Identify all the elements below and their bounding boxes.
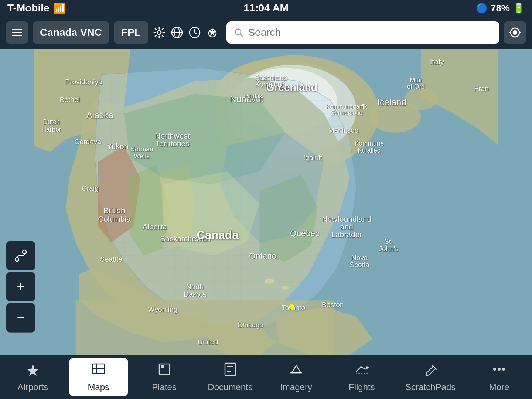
- svg-marker-93: [292, 365, 301, 373]
- svg-text:of Ord: of Ord: [407, 83, 425, 90]
- battery-icon: 🔋: [513, 3, 525, 14]
- zoom-in-label: +: [17, 280, 24, 293]
- fpl-button[interactable]: FPL: [114, 21, 148, 44]
- svg-text:Iceland: Iceland: [377, 97, 406, 107]
- svg-text:North: North: [186, 283, 204, 291]
- svg-point-98: [498, 368, 501, 371]
- route-button[interactable]: [6, 241, 35, 270]
- svg-text:Newfoundland: Newfoundland: [322, 215, 371, 223]
- svg-text:Craig: Craig: [82, 184, 99, 192]
- top-nav: Canada VNC FPL: [0, 16, 532, 49]
- svg-text:Chicago: Chicago: [238, 321, 263, 329]
- tab-maps[interactable]: Maps: [69, 358, 128, 396]
- svg-text:Scotia: Scotia: [350, 261, 370, 269]
- svg-text:Columbia: Columbia: [98, 215, 131, 223]
- svg-text:Dakota: Dakota: [184, 290, 206, 298]
- status-bar: T-Mobile 📶 11:04 AM 🔵 78% 🔋: [0, 0, 532, 16]
- svg-text:Canada: Canada: [197, 229, 239, 242]
- svg-text:St.: St.: [384, 238, 393, 245]
- svg-point-14: [513, 30, 517, 35]
- svg-point-28: [265, 279, 274, 284]
- status-left: T-Mobile 📶: [7, 2, 66, 14]
- airports-label: Airports: [18, 382, 48, 392]
- svg-marker-85: [27, 363, 39, 376]
- layers-button[interactable]: [6, 21, 28, 44]
- svg-text:Seattle: Seattle: [100, 255, 122, 263]
- svg-text:Labrador: Labrador: [331, 230, 362, 239]
- tab-more[interactable]: More: [470, 358, 529, 396]
- svg-text:Provideniya: Provideniya: [65, 78, 102, 86]
- svg-text:Iqaluit: Iqaluit: [303, 154, 323, 161]
- search-icon: [234, 27, 243, 38]
- zoom-in-button[interactable]: +: [6, 272, 35, 301]
- globe-button[interactable]: [170, 21, 184, 44]
- svg-text:Norman: Norman: [130, 146, 153, 153]
- more-label: More: [489, 382, 509, 392]
- scratchpads-icon: [423, 362, 438, 380]
- left-controls: + −: [6, 241, 35, 332]
- svg-text:Territories: Territories: [156, 139, 190, 148]
- map-title-button[interactable]: Canada VNC: [33, 21, 109, 44]
- documents-label: Documents: [208, 382, 252, 392]
- airports-icon: [25, 362, 40, 380]
- flights-icon: [354, 362, 369, 380]
- plates-label: Plates: [152, 382, 177, 392]
- svg-point-29: [282, 286, 289, 289]
- svg-point-3: [157, 31, 161, 34]
- svg-text:Sermersooq: Sermersooq: [331, 110, 363, 116]
- clock-button[interactable]: [188, 21, 201, 44]
- carrier-label: T-Mobile: [7, 2, 50, 14]
- scratchpads-label: ScratchPads: [405, 382, 456, 392]
- svg-text:British: British: [103, 206, 125, 215]
- svg-text:Alaska: Alaska: [86, 110, 114, 120]
- svg-marker-11: [209, 28, 216, 36]
- svg-text:Wyoming: Wyoming: [148, 306, 178, 313]
- svg-text:Fran: Fran: [474, 85, 489, 92]
- zoom-out-button[interactable]: −: [6, 303, 35, 332]
- bluetooth-icon: 🔵: [476, 3, 488, 14]
- documents-icon: [223, 362, 238, 380]
- svg-text:Wells: Wells: [134, 153, 150, 160]
- tab-airports[interactable]: Airports: [3, 358, 62, 396]
- svg-rect-88: [161, 365, 164, 368]
- flights-label: Flights: [349, 382, 375, 392]
- status-right: 🔵 78% 🔋: [476, 3, 525, 14]
- settings-button[interactable]: [153, 21, 166, 44]
- svg-text:Boston: Boston: [322, 301, 344, 308]
- svg-point-84: [23, 250, 26, 254]
- imagery-label: Imagery: [280, 382, 312, 392]
- svg-text:Kommune: Kommune: [355, 140, 384, 147]
- svg-text:Northwest: Northwest: [155, 132, 190, 140]
- tab-plates[interactable]: Plates: [135, 358, 194, 396]
- svg-line-13: [240, 34, 243, 37]
- svg-text:Alberta: Alberta: [142, 222, 167, 231]
- svg-line-9: [195, 33, 197, 34]
- svg-text:Québec: Québec: [290, 228, 319, 238]
- svg-text:Bethel: Bethel: [60, 96, 80, 103]
- locate-button[interactable]: [504, 21, 526, 44]
- map-area[interactable]: Greenland Iceland Provideniya Nunavut Qa…: [0, 49, 532, 355]
- svg-rect-1: [12, 32, 22, 33]
- tab-imagery[interactable]: Imagery: [267, 358, 326, 396]
- svg-text:Cordova: Cordova: [75, 138, 102, 146]
- search-bar[interactable]: [226, 21, 499, 44]
- tab-documents[interactable]: Documents: [200, 358, 260, 396]
- svg-text:Pituffik: Pituffik: [244, 93, 262, 100]
- maps-icon: [91, 362, 106, 380]
- svg-point-97: [493, 368, 496, 371]
- bottom-tab-bar: Airports Maps Plates: [0, 355, 532, 399]
- svg-text:United: United: [198, 338, 218, 346]
- svg-text:Yukon: Yukon: [107, 142, 128, 150]
- tab-flights[interactable]: Flights: [332, 358, 391, 396]
- favorites-button[interactable]: [206, 21, 219, 44]
- tab-scratchpads[interactable]: ScratchPads: [398, 358, 463, 396]
- wifi-icon: 📶: [53, 2, 66, 14]
- svg-text:Dutch: Dutch: [43, 118, 60, 126]
- svg-text:Harbor: Harbor: [41, 126, 61, 133]
- svg-text:Qaasuitsup: Qaasuitsup: [255, 74, 287, 82]
- plates-icon: [157, 362, 172, 380]
- battery-label: 78%: [491, 3, 510, 14]
- search-input[interactable]: [248, 27, 492, 38]
- more-icon: [492, 362, 507, 380]
- status-time: 11:04 AM: [243, 2, 289, 14]
